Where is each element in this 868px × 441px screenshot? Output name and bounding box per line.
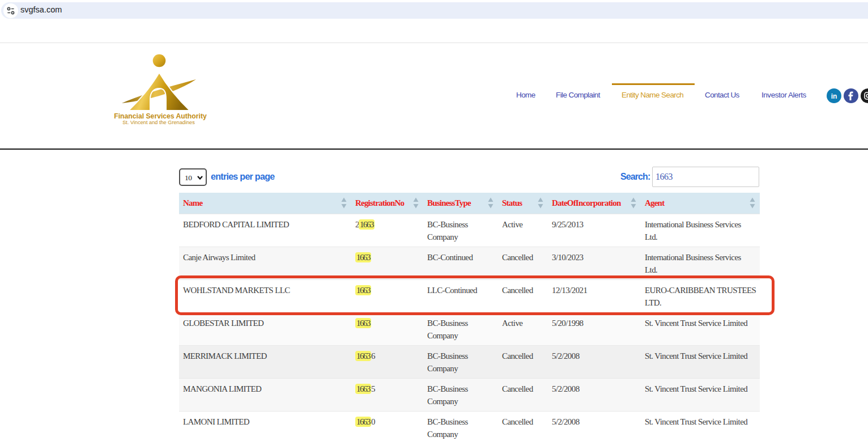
svg-text:in: in (831, 92, 837, 100)
svg-text:St. Vincent and the Grenadines: St. Vincent and the Grenadines (122, 120, 195, 125)
